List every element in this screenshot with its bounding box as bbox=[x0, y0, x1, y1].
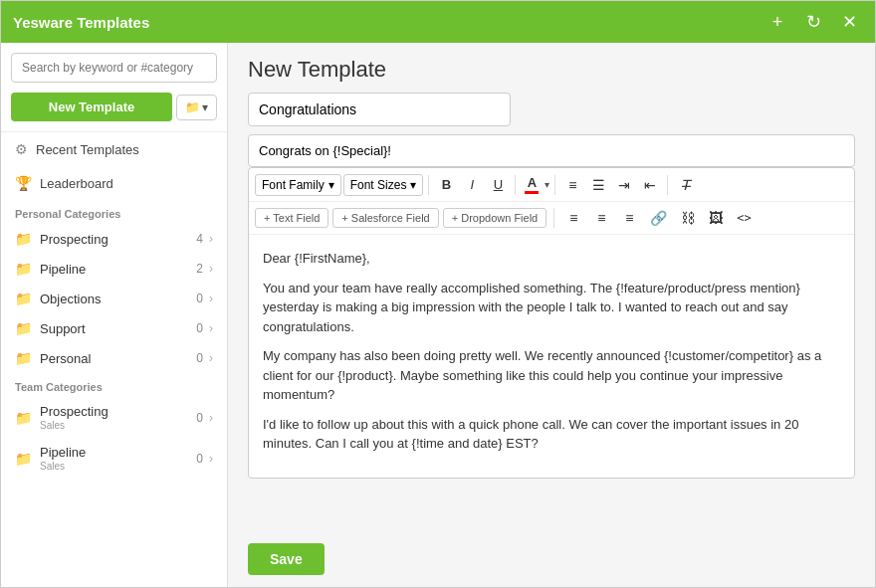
salesforce-field-button[interactable]: + Salesforce Field bbox=[332, 208, 438, 228]
folder-pipeline-sales-icon: 📁 bbox=[15, 451, 32, 467]
align-left-button[interactable]: ≡ bbox=[561, 207, 585, 229]
editor-content[interactable]: Dear {!FirstName}, You and your team hav… bbox=[249, 235, 854, 478]
pipeline-sales-arrow: › bbox=[209, 452, 213, 466]
image-button[interactable]: 🖼 bbox=[704, 207, 728, 229]
toolbar-row-1: Font Family ▾ Font Sizes ▾ B I U bbox=[249, 168, 854, 202]
leaderboard-icon: 🏆 bbox=[15, 175, 32, 191]
prospecting-sales-count: 0 bbox=[196, 411, 203, 425]
support-count: 0 bbox=[196, 321, 203, 335]
subject-input[interactable] bbox=[248, 134, 855, 167]
header-actions: + ↻ ✕ bbox=[764, 8, 863, 36]
toolbar-divider-1 bbox=[428, 175, 429, 195]
font-sizes-select[interactable]: Font Sizes ▾ bbox=[343, 174, 424, 196]
bold-button[interactable]: B bbox=[434, 174, 458, 195]
text-color-button[interactable]: A bbox=[521, 173, 543, 196]
sidebar-item-support[interactable]: 📁 Support 0 › bbox=[1, 313, 227, 343]
sidebar-item-prospecting-sales[interactable]: 📁 Prospecting Sales 0 › bbox=[1, 397, 227, 438]
unlink-button[interactable]: ⛓ bbox=[676, 207, 700, 229]
save-button[interactable]: Save bbox=[248, 543, 325, 575]
font-family-select[interactable]: Font Family ▾ bbox=[255, 174, 341, 196]
align-right-button[interactable]: ≡ bbox=[617, 207, 641, 229]
search-input[interactable] bbox=[11, 53, 217, 83]
font-family-arrow: ▾ bbox=[328, 178, 334, 192]
sidebar-item-objections[interactable]: 📁 Objections 0 › bbox=[1, 284, 227, 313]
objections-count: 0 bbox=[196, 292, 203, 305]
new-template-button[interactable]: New Template bbox=[11, 93, 172, 121]
toolbar-divider-2 bbox=[515, 175, 516, 195]
personal-section-label: Personal Categories bbox=[1, 200, 227, 224]
folder-prospecting-sales-icon: 📁 bbox=[15, 410, 32, 426]
indent-button[interactable]: ⇥ bbox=[612, 174, 636, 196]
recent-templates-label: Recent Templates bbox=[36, 142, 139, 157]
prospecting-sales-name: Prospecting Sales bbox=[40, 404, 196, 431]
editor-line-3: My company has also been doing pretty we… bbox=[263, 346, 840, 405]
main-header: New Template bbox=[228, 43, 875, 93]
objections-arrow: › bbox=[209, 292, 213, 305]
personal-count: 0 bbox=[196, 351, 203, 365]
pipeline-arrow: › bbox=[209, 262, 213, 276]
unordered-list-button[interactable]: ☰ bbox=[586, 174, 610, 196]
refresh-button[interactable]: ↻ bbox=[799, 8, 827, 36]
folder-support-icon: 📁 bbox=[15, 320, 32, 336]
folder-objections-icon: 📁 bbox=[15, 291, 32, 306]
body: New Template 📁 ▾ ⚙ Recent Templates 🏆 Le… bbox=[1, 43, 875, 587]
pipeline-sales-count: 0 bbox=[196, 452, 203, 466]
editor-line-4: I'd like to follow up about this with a … bbox=[263, 415, 840, 454]
sidebar-item-pipeline-sales[interactable]: 📁 Pipeline Sales 0 › bbox=[1, 438, 227, 479]
main-panel: New Template Font Family ▾ bbox=[228, 43, 875, 587]
sidebar-item-personal[interactable]: 📁 Personal 0 › bbox=[1, 343, 227, 373]
sidebar-item-leaderboard[interactable]: 🏆 Leaderboard bbox=[1, 166, 227, 200]
template-form: Font Family ▾ Font Sizes ▾ B I U bbox=[228, 93, 875, 531]
add-template-button[interactable]: + bbox=[764, 8, 791, 36]
pipeline-sales-name: Pipeline Sales bbox=[40, 445, 196, 472]
new-template-row: New Template 📁 ▾ bbox=[11, 93, 217, 121]
folder-pipeline-icon: 📁 bbox=[15, 261, 32, 277]
html-button[interactable]: <> bbox=[732, 208, 756, 228]
leaderboard-label: Leaderboard bbox=[40, 176, 113, 191]
pipeline-count: 2 bbox=[196, 262, 203, 276]
sidebar-item-recent-templates[interactable]: ⚙ Recent Templates bbox=[1, 132, 227, 166]
italic-button[interactable]: I bbox=[460, 174, 484, 195]
folder-dropdown-button[interactable]: 📁 ▾ bbox=[176, 95, 217, 120]
personal-label: Personal bbox=[40, 351, 196, 366]
toolbar-row-2: + Text Field + Salesforce Field + Dropdo… bbox=[249, 202, 854, 235]
align-center-button[interactable]: ≡ bbox=[589, 207, 613, 229]
color-btn-text: A bbox=[528, 175, 537, 190]
toolbar-divider-4 bbox=[667, 175, 668, 195]
folder-prospecting-icon: 📁 bbox=[15, 231, 32, 247]
folder-dropdown-arrow: ▾ bbox=[202, 100, 208, 114]
sidebar-nav: ⚙ Recent Templates 🏆 Leaderboard bbox=[1, 131, 227, 200]
objections-label: Objections bbox=[40, 292, 196, 306]
prospecting-sales-label: Prospecting bbox=[40, 404, 109, 419]
support-arrow: › bbox=[209, 321, 213, 335]
recent-templates-icon: ⚙ bbox=[15, 141, 28, 157]
outdent-button[interactable]: ⇤ bbox=[638, 174, 662, 196]
app-container: Yesware Templates + ↻ ✕ New Template 📁 ▾ bbox=[0, 0, 876, 588]
color-dropdown-arrow[interactable]: ▾ bbox=[545, 179, 549, 190]
ordered-list-button[interactable]: ≡ bbox=[560, 174, 584, 196]
text-field-button[interactable]: + Text Field bbox=[255, 208, 328, 228]
pipeline-label: Pipeline bbox=[40, 262, 196, 277]
editor-wrapper: Font Family ▾ Font Sizes ▾ B I U bbox=[248, 167, 855, 479]
toolbar-divider-5 bbox=[553, 208, 554, 228]
sidebar-item-prospecting[interactable]: 📁 Prospecting 4 › bbox=[1, 224, 227, 254]
link-button[interactable]: 🔗 bbox=[645, 207, 672, 229]
font-family-label: Font Family bbox=[262, 178, 325, 192]
close-button[interactable]: ✕ bbox=[835, 8, 863, 36]
sidebar-item-pipeline[interactable]: 📁 Pipeline 2 › bbox=[1, 254, 227, 284]
folder-icon: 📁 bbox=[185, 100, 200, 114]
prospecting-sales-sub: Sales bbox=[40, 420, 196, 431]
app-header: Yesware Templates + ↻ ✕ bbox=[1, 1, 875, 43]
bottom-bar: Save bbox=[228, 531, 875, 587]
page-title: New Template bbox=[248, 57, 855, 83]
search-box bbox=[11, 53, 217, 83]
personal-arrow: › bbox=[209, 351, 213, 365]
underline-button[interactable]: U bbox=[486, 174, 510, 195]
pipeline-sales-sub: Sales bbox=[40, 461, 196, 472]
dropdown-field-button[interactable]: + Dropdown Field bbox=[443, 208, 548, 228]
color-btn-bar bbox=[525, 191, 539, 194]
font-sizes-arrow: ▾ bbox=[410, 178, 416, 192]
template-name-input[interactable] bbox=[248, 93, 511, 126]
team-section-label: Team Categories bbox=[1, 373, 227, 397]
clear-format-button[interactable]: T̶ bbox=[673, 174, 697, 196]
